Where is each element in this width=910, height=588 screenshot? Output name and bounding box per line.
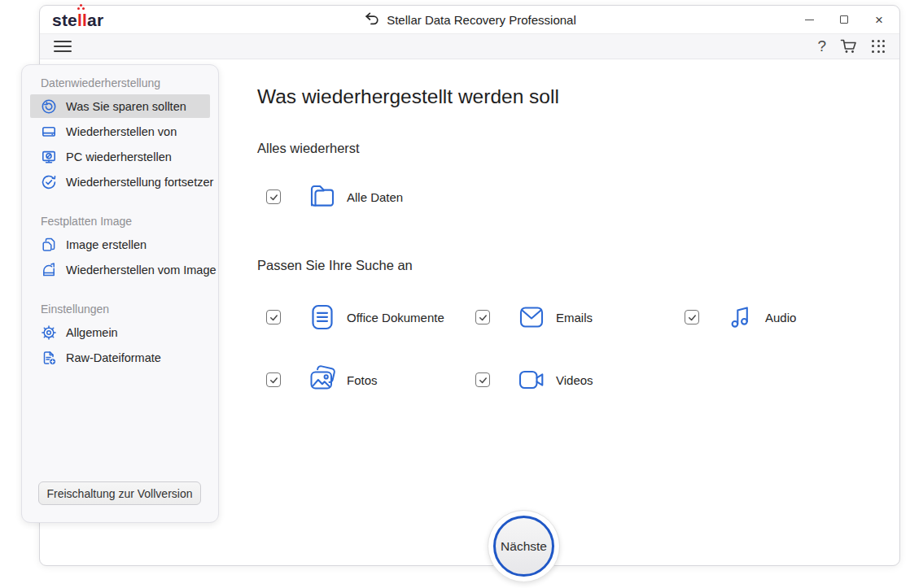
sidebar-item-pc-wiederherstellen[interactable]: PC wiederherstellen bbox=[30, 145, 210, 168]
main-content: Was wiederhergestellt werden soll Alles … bbox=[257, 59, 899, 565]
sidebar-item-raw-dateiformate[interactable]: Raw-Dateiformate bbox=[30, 346, 210, 369]
option-label: Fotos bbox=[347, 373, 378, 387]
sidebar-item-label: Wiederherstellen von bbox=[66, 125, 177, 138]
document-icon bbox=[306, 301, 339, 333]
next-button-label: Nächste bbox=[493, 516, 554, 577]
sidebar-section-header: Einstellungen bbox=[41, 303, 218, 316]
section-heading-recover-all: Alles wiederherst bbox=[257, 141, 360, 156]
next-button[interactable]: Nächste bbox=[488, 510, 560, 582]
logo-text: ste bbox=[52, 11, 77, 29]
option-label: Videos bbox=[556, 373, 593, 387]
sidebar-section-header: Datenwiederherstellung bbox=[41, 76, 218, 89]
photo-icon bbox=[306, 364, 339, 396]
sidebar-item-label: Raw-Dateiformate bbox=[66, 351, 161, 364]
help-icon: ? bbox=[817, 37, 826, 54]
gear-icon bbox=[41, 324, 57, 341]
video-camera-icon bbox=[515, 364, 548, 396]
check-icon bbox=[269, 375, 279, 385]
sidebar-item-label: Wiederherstellung fortsetzer bbox=[66, 176, 213, 189]
window-controls: × bbox=[803, 6, 885, 33]
option-audio: Audio bbox=[685, 300, 796, 334]
alle-daten-checkbox[interactable] bbox=[266, 189, 281, 204]
option-fotos: Fotos bbox=[266, 363, 378, 397]
option-office-dokumente: Office Dokumente bbox=[266, 300, 444, 334]
cart-icon bbox=[840, 39, 858, 54]
sidebar-item-label: Image erstellen bbox=[66, 238, 147, 251]
option-alle-daten: Alle Daten bbox=[266, 180, 403, 214]
option-videos: Videos bbox=[475, 363, 593, 397]
create-image-icon bbox=[41, 237, 57, 253]
page-title: Was wiederhergestellt werden soll bbox=[257, 85, 559, 108]
minimize-icon bbox=[805, 20, 814, 20]
sidebar-item-label: Wiederherstellen vom Image bbox=[66, 264, 217, 277]
sidebar-item-allgemein[interactable]: Allgemein bbox=[30, 320, 210, 344]
toolbar: ? bbox=[40, 33, 899, 59]
check-icon bbox=[269, 192, 279, 203]
option-label: Emails bbox=[556, 311, 593, 324]
window-title: Stellar Data Recovery Professional bbox=[363, 6, 576, 33]
sidebar-item-label: PC wiederherstellen bbox=[66, 150, 172, 163]
apps-grid-icon bbox=[872, 40, 886, 54]
close-button[interactable]: × bbox=[873, 14, 885, 25]
stellar-logo: stellar bbox=[52, 11, 103, 28]
cart-button[interactable] bbox=[840, 39, 858, 54]
sidebar-item-label: Allgemein bbox=[66, 326, 118, 339]
menu-button[interactable] bbox=[54, 41, 72, 52]
restore-icon bbox=[41, 98, 57, 115]
option-label: Audio bbox=[765, 311, 796, 324]
maximize-button[interactable] bbox=[838, 14, 850, 25]
apps-button[interactable] bbox=[872, 40, 886, 54]
videos-checkbox[interactable] bbox=[475, 372, 490, 387]
drive-icon bbox=[41, 124, 57, 140]
check-icon bbox=[687, 312, 698, 323]
sidebar-item-wiederherstellen-vom-image[interactable]: Wiederherstellen vom Image bbox=[30, 258, 210, 281]
window-title-text: Stellar Data Recovery Professional bbox=[387, 13, 576, 27]
minimize-button[interactable] bbox=[803, 14, 815, 25]
check-icon bbox=[269, 312, 279, 323]
logo-text-end: ar bbox=[87, 11, 103, 29]
fotos-checkbox[interactable] bbox=[266, 372, 281, 387]
sidebar-item-wiederherstellen-von[interactable]: Wiederherstellen von bbox=[30, 120, 210, 143]
check-icon bbox=[478, 375, 488, 385]
title-bar: stellar Stellar Data Recovery Profession… bbox=[40, 6, 899, 33]
resume-icon bbox=[41, 174, 57, 190]
section-heading-customize: Passen Sie Ihre Suche an bbox=[257, 258, 413, 273]
audio-checkbox[interactable] bbox=[685, 310, 699, 324]
monitor-icon bbox=[41, 149, 57, 165]
raw-file-icon bbox=[41, 350, 57, 366]
toolbar-right: ? bbox=[817, 38, 886, 54]
option-emails: Emails bbox=[475, 300, 593, 334]
option-label: Office Dokumente bbox=[347, 311, 444, 324]
activate-full-version-button[interactable]: Freischaltung zur Vollversion bbox=[38, 481, 201, 505]
emails-checkbox[interactable] bbox=[475, 310, 490, 324]
maximize-icon bbox=[840, 15, 848, 24]
help-button[interactable]: ? bbox=[817, 38, 826, 54]
sidebar-item-wiederherstellung-fortsetzen[interactable]: Wiederherstellung fortsetzer bbox=[30, 170, 210, 194]
sidebar-item-image-erstellen[interactable]: Image erstellen bbox=[30, 233, 210, 256]
sidebar-section-header: Festplatten Image bbox=[41, 215, 218, 228]
office-dokumente-checkbox[interactable] bbox=[266, 310, 281, 324]
sidebar: Datenwiederherstellung Was Sie sparen so… bbox=[21, 64, 219, 523]
app-window: stellar Stellar Data Recovery Profession… bbox=[39, 5, 900, 566]
close-icon: × bbox=[875, 13, 883, 27]
restore-image-icon bbox=[41, 262, 57, 278]
envelope-icon bbox=[515, 301, 548, 333]
logo-accent: ll bbox=[77, 11, 87, 29]
check-icon bbox=[478, 312, 488, 323]
sidebar-item-label: Was Sie sparen sollten bbox=[66, 100, 186, 113]
option-label: Alle Daten bbox=[347, 190, 403, 204]
back-arrow-icon bbox=[363, 11, 379, 28]
sidebar-item-was-sie-sparen-sollten[interactable]: Was Sie sparen sollten bbox=[30, 94, 210, 118]
music-note-icon bbox=[724, 301, 757, 333]
folder-icon bbox=[306, 181, 339, 213]
